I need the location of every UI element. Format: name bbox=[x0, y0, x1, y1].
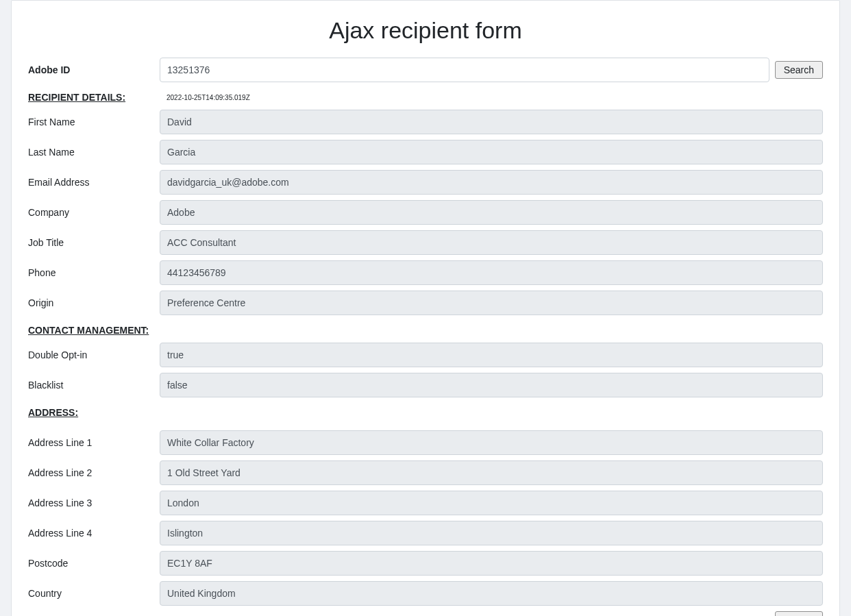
origin-field[interactable] bbox=[160, 291, 823, 315]
address1-label: Address Line 1 bbox=[28, 433, 160, 452]
company-field[interactable] bbox=[160, 200, 823, 225]
first-name-label: First Name bbox=[28, 112, 160, 132]
address3-row: Address Line 3 bbox=[28, 491, 823, 515]
adobe-id-label: Adobe ID bbox=[28, 60, 160, 79]
address1-row: Address Line 1 bbox=[28, 430, 823, 455]
contact-mgmt-heading: CONTACT MANAGEMENT: bbox=[28, 321, 160, 340]
last-name-label: Last Name bbox=[28, 143, 160, 162]
email-row: Email Address bbox=[28, 170, 823, 195]
first-name-field[interactable] bbox=[160, 110, 823, 134]
submit-button[interactable]: Submit bbox=[775, 611, 823, 616]
company-label: Company bbox=[28, 203, 160, 222]
address-heading: ADDRESS: bbox=[28, 403, 160, 422]
address-heading-row: ADDRESS: bbox=[28, 403, 823, 422]
job-title-field[interactable] bbox=[160, 230, 823, 255]
search-button[interactable]: Search bbox=[775, 61, 823, 79]
adobe-id-row: Adobe ID Search bbox=[28, 58, 823, 82]
recipient-details-heading: RECIPIENT DETAILS: bbox=[28, 88, 160, 107]
submit-row: Submit bbox=[28, 611, 823, 616]
postcode-label: Postcode bbox=[28, 554, 160, 573]
recipient-details-heading-row: RECIPIENT DETAILS: 2022-10-25T14:09:35.0… bbox=[28, 88, 823, 107]
blacklist-field[interactable] bbox=[160, 373, 823, 397]
email-field[interactable] bbox=[160, 170, 823, 195]
timestamp-text: 2022-10-25T14:09:35.019Z bbox=[160, 94, 250, 101]
first-name-row: First Name bbox=[28, 110, 823, 134]
job-title-label: Job Title bbox=[28, 233, 160, 252]
address2-field[interactable] bbox=[160, 460, 823, 485]
adobe-id-input[interactable] bbox=[160, 58, 769, 82]
phone-label: Phone bbox=[28, 263, 160, 282]
address2-row: Address Line 2 bbox=[28, 460, 823, 485]
phone-field[interactable] bbox=[160, 260, 823, 285]
address4-row: Address Line 4 bbox=[28, 521, 823, 545]
blacklist-row: Blacklist bbox=[28, 373, 823, 397]
country-row: Country bbox=[28, 581, 823, 606]
last-name-row: Last Name bbox=[28, 140, 823, 164]
postcode-field[interactable] bbox=[160, 551, 823, 576]
origin-row: Origin bbox=[28, 291, 823, 315]
address1-field[interactable] bbox=[160, 430, 823, 455]
blacklist-label: Blacklist bbox=[28, 375, 160, 395]
contact-mgmt-heading-row: CONTACT MANAGEMENT: bbox=[28, 321, 823, 340]
postcode-row: Postcode bbox=[28, 551, 823, 576]
country-field[interactable] bbox=[160, 581, 823, 606]
email-label: Email Address bbox=[28, 173, 160, 192]
address2-label: Address Line 2 bbox=[28, 463, 160, 482]
company-row: Company bbox=[28, 200, 823, 225]
origin-label: Origin bbox=[28, 293, 160, 312]
job-title-row: Job Title bbox=[28, 230, 823, 255]
phone-row: Phone bbox=[28, 260, 823, 285]
double-optin-field[interactable] bbox=[160, 343, 823, 367]
double-optin-row: Double Opt-in bbox=[28, 343, 823, 367]
country-label: Country bbox=[28, 584, 160, 603]
address4-label: Address Line 4 bbox=[28, 523, 160, 543]
address3-label: Address Line 3 bbox=[28, 493, 160, 513]
address3-field[interactable] bbox=[160, 491, 823, 515]
page-title: Ajax recipient form bbox=[28, 17, 823, 44]
form-card: Ajax recipient form Adobe ID Search RECI… bbox=[11, 0, 840, 616]
address4-field[interactable] bbox=[160, 521, 823, 545]
double-optin-label: Double Opt-in bbox=[28, 345, 160, 365]
last-name-field[interactable] bbox=[160, 140, 823, 164]
